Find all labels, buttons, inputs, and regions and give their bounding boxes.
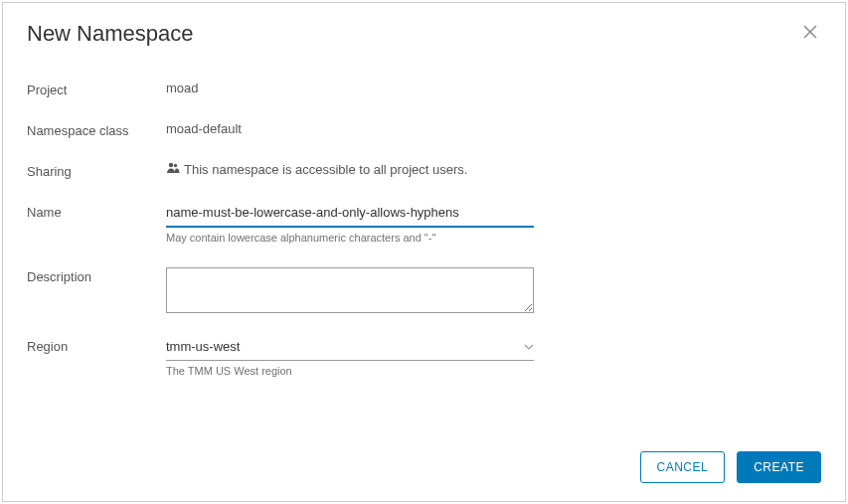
svg-point-2 [169,163,173,167]
project-label: Project [27,81,166,97]
sharing-row: Sharing This namespace is accessible to … [27,162,821,179]
modal-body: Project moad Namespace class moad-defaul… [3,57,845,433]
name-row: Name May contain lowercase alphanumeric … [27,203,821,244]
cancel-button[interactable]: CANCEL [640,451,726,483]
modal-title: New Namespace [27,21,194,47]
region-label: Region [27,337,166,354]
description-row: Description [27,267,821,313]
modal-footer: CANCEL CREATE [3,433,845,501]
sharing-label: Sharing [27,162,166,179]
region-row: Region tmm-us-west The TMM US West regio… [27,337,821,377]
close-icon[interactable] [799,21,821,46]
description-label: Description [27,267,166,284]
sharing-text: This namespace is accessible to all proj… [184,162,467,177]
sharing-value-wrapper: This namespace is accessible to all proj… [166,162,821,177]
name-label: Name [27,203,166,220]
new-namespace-modal: New Namespace Project moad Namespace cla… [2,2,846,502]
name-input[interactable] [166,203,534,228]
namespace-class-value: moad-default [166,121,821,136]
region-select[interactable]: tmm-us-west [166,337,534,361]
modal-header: New Namespace [3,3,845,57]
name-input-wrapper: May contain lowercase alphanumeric chara… [166,203,534,244]
project-value: moad [166,81,821,95]
users-icon [166,162,180,177]
region-selected-value: tmm-us-west [166,339,240,354]
region-helper-text: The TMM US West region [166,365,534,377]
namespace-class-label: Namespace class [27,121,166,138]
description-textarea[interactable] [166,267,534,313]
name-helper-text: May contain lowercase alphanumeric chara… [166,232,534,244]
create-button[interactable]: CREATE [737,451,821,483]
chevron-down-icon [524,341,534,352]
namespace-class-row: Namespace class moad-default [27,121,821,138]
region-select-wrapper: tmm-us-west The TMM US West region [166,337,534,377]
project-row: Project moad [27,81,821,97]
svg-point-3 [174,164,177,167]
